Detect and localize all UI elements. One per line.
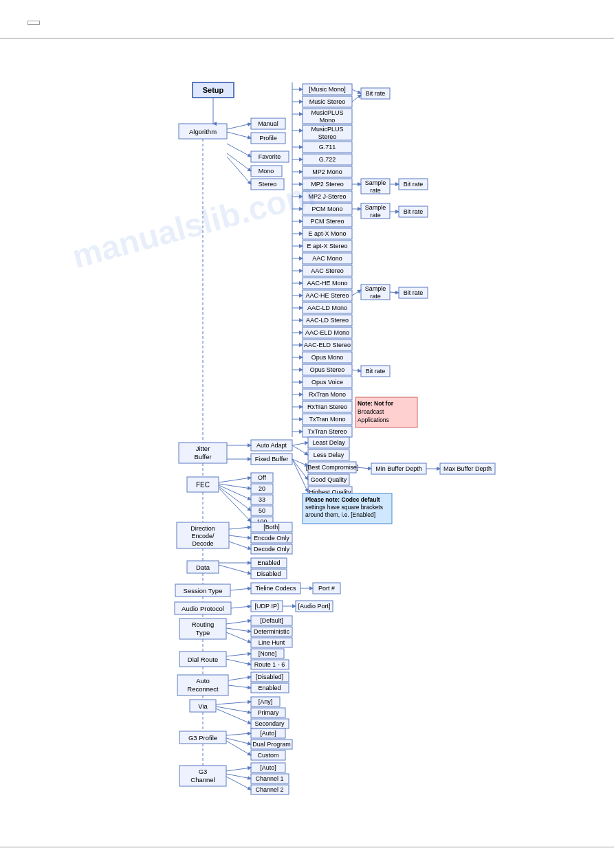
- txtran-stereo-label: TxTran Stereo: [307, 428, 347, 435]
- aac-eld-stereo-label: AAC-ELD Stereo: [304, 342, 351, 348]
- page-border-top: [0, 38, 614, 38]
- svg-line-194: [226, 659, 251, 665]
- rxtran-mono-label: RxTran Mono: [309, 391, 346, 398]
- route-1-6-label: Route 1 - 6: [254, 661, 285, 668]
- mp2-stereo-label: MP2 Stereo: [311, 181, 344, 188]
- via-label: Via: [198, 702, 208, 710]
- svg-line-188: [231, 606, 251, 608]
- svg-line-125: [227, 132, 251, 138]
- aac-ld-stereo-label: AAC-LD Stereo: [306, 317, 349, 324]
- bit-rate-label-4: Bit rate: [404, 289, 424, 296]
- aac-mono-label: AAC Mono: [312, 255, 342, 262]
- svg-line-198: [216, 706, 251, 713]
- svg-line-185: [219, 565, 251, 574]
- channel2-label: Channel 2: [255, 786, 283, 793]
- svg-line-197: [216, 702, 251, 704]
- mp2-jstereo-label: MP2 J-Stereo: [308, 193, 346, 200]
- svg-line-126: [227, 144, 251, 157]
- primary-label: Primary: [258, 709, 279, 716]
- svg-line-205: [226, 777, 251, 790]
- opus-stereo-label: Opus Stereo: [310, 366, 345, 373]
- max-buffer-label: Max Buffer Depth: [443, 465, 492, 472]
- auto-reconnect-label: Auto: [196, 677, 210, 685]
- svg-line-179: [219, 487, 251, 511]
- g711-label: G.711: [319, 144, 336, 151]
- line-hunt-label: Line Hunt: [259, 639, 285, 646]
- note-codec-label: Please note: Codec default: [305, 496, 380, 503]
- svg-line-190: [226, 621, 251, 624]
- data-label: Data: [196, 564, 210, 571]
- default-label: [Default]: [260, 617, 283, 624]
- bit-rate-label-1: Bit rate: [366, 90, 386, 97]
- svg-text:Stereo: Stereo: [318, 133, 337, 140]
- svg-text:Reconnect: Reconnect: [187, 685, 219, 693]
- less-delay-label: Less Delay: [314, 452, 344, 458]
- secondary-label: Secondary: [254, 720, 285, 727]
- aac-he-mono-label: AAC-HE Mono: [307, 280, 347, 287]
- svg-line-178: [219, 485, 251, 500]
- txtran-mono-label: TxTran Mono: [309, 416, 345, 423]
- svg-text:Type: Type: [196, 629, 210, 636]
- bit-rate-label-3: Bit rate: [404, 208, 424, 215]
- pcm-stereo-label: PCM Stereo: [310, 218, 344, 225]
- favorite-label: Favorite: [259, 153, 281, 160]
- encode-only-label: Encode Only: [254, 535, 289, 542]
- svg-text:Encode/: Encode/: [191, 533, 215, 539]
- svg-line-204: [226, 774, 251, 779]
- profile-label: Profile: [259, 135, 277, 142]
- svg-line-183: [229, 542, 251, 549]
- svg-line-177: [219, 484, 251, 489]
- any-label: [Any]: [259, 698, 273, 705]
- both-label: [Both]: [263, 524, 280, 531]
- svg-text:Buffer: Buffer: [194, 453, 211, 460]
- diagram-svg: Setup Algorithm Manual Profile Favorite …: [0, 41, 614, 866]
- g3-channel-label: G3: [199, 768, 208, 775]
- opus-mono-label: Opus Mono: [311, 354, 344, 361]
- svg-line-176: [219, 478, 251, 482]
- fec-off-label: Off: [258, 474, 266, 481]
- dual-program-label: Dual Program: [252, 741, 291, 748]
- svg-line-191: [226, 628, 251, 632]
- svg-line-128: [227, 157, 251, 184]
- setup-label: Setup: [203, 86, 224, 94]
- svg-line-127: [227, 153, 251, 171]
- svg-line-192: [226, 632, 251, 643]
- best-compromise-label: [Best Compromise]: [306, 464, 359, 471]
- routing-type-label: Routing: [192, 621, 215, 628]
- svg-text:settings have square brackets: settings have square brackets: [305, 504, 383, 511]
- svg-line-180: [219, 488, 251, 522]
- aac-eld-mono-label: AAC-ELD Mono: [305, 329, 349, 336]
- udp-ip-label: [UDP IP]: [255, 603, 279, 610]
- stereo-label: Stereo: [259, 181, 277, 188]
- svg-line-165: [390, 292, 399, 293]
- eaptx-stereo-label: E apt-X Stereo: [307, 243, 347, 249]
- svg-line-174: [356, 467, 371, 469]
- eaptx-mono-label: E apt-X Mono: [308, 230, 346, 237]
- svg-line-159: [352, 95, 361, 102]
- svg-line-181: [229, 527, 251, 529]
- svg-line-196: [228, 685, 251, 688]
- port-hash-label: Port #: [318, 585, 335, 592]
- page-number: [28, 21, 40, 25]
- fixed-buffer-label: Fixed Buffer: [255, 456, 288, 463]
- deterministic-label: Deterministic: [254, 628, 290, 635]
- svg-line-186: [230, 588, 251, 590]
- svg-line-182: [229, 535, 251, 538]
- auto-g3-label: [Auto]: [260, 730, 276, 737]
- svg-text:rate: rate: [370, 293, 381, 300]
- musicplus-stereo-label: MusicPLUS: [311, 126, 343, 133]
- aac-stereo-label: AAC Stereo: [311, 267, 344, 274]
- enabled-data-label: Enabled: [257, 559, 280, 566]
- sample-rate-label-3: Sample: [365, 285, 386, 292]
- session-type-label: Session Type: [184, 587, 223, 594]
- svg-text:Mono: Mono: [320, 117, 336, 124]
- auto-adapt-label: Auto Adapt: [256, 442, 287, 449]
- channel1-label: Channel 1: [255, 775, 283, 782]
- bit-rate-label-2: Bit rate: [404, 181, 424, 188]
- svg-line-164: [352, 290, 361, 296]
- bit-rate-label-5: Bit rate: [366, 368, 386, 375]
- svg-line-203: [226, 768, 251, 771]
- svg-text:rate: rate: [370, 187, 381, 194]
- svg-line-170: [292, 445, 308, 455]
- svg-text:Channel: Channel: [190, 776, 215, 783]
